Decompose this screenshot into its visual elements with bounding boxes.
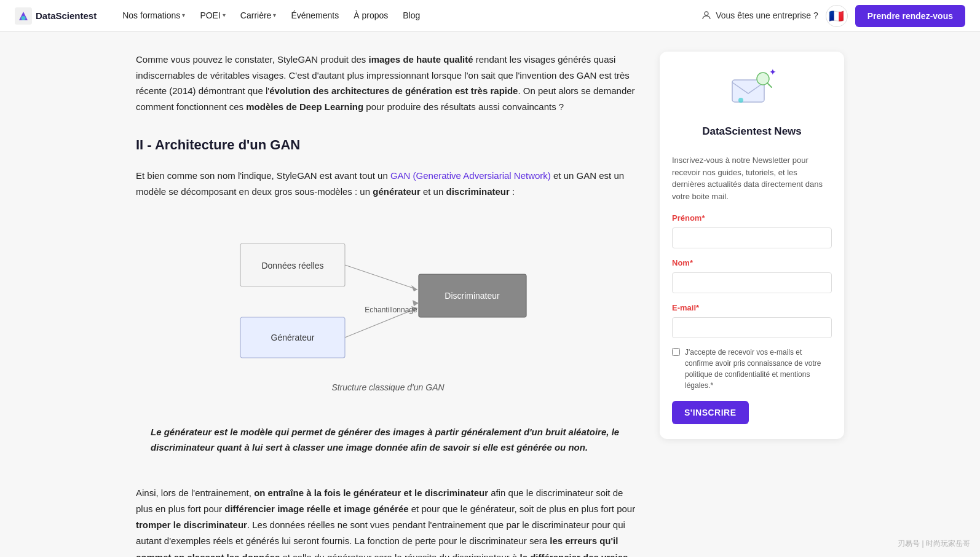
section-paragraph-1: Et bien comme son nom l'indique, StyleGA… [136,168,640,199]
rdv-button[interactable]: Prendre rendez-vous [855,5,965,27]
logo-text: DataScientest [36,9,97,23]
diagram-caption: Structure classique d'un GAN [331,381,444,394]
svg-point-3 [705,12,708,15]
diagram-svg: Données réelles Générateur Discriminateu… [211,214,565,376]
gan-link[interactable]: GAN (Generative Adversiarial Network) [390,170,551,181]
subscribe-button[interactable]: S'INSCRIRE [672,401,749,424]
nav-item-evenements[interactable]: Événements [285,5,345,26]
nom-input[interactable] [672,272,832,293]
svg-text:Générateur: Générateur [271,333,315,342]
sidebar: ✦ DataScientest News Inscrivez-vous à no… [660,52,844,439]
form-group-nom: Nom* [672,257,832,293]
nav-item-apropos[interactable]: À propos [347,5,394,26]
gan-blockquote: Le générateur est le modèle qui permet d… [136,412,640,468]
body-paragraph: Ainsi, lors de l'entrainement, on entraî… [136,485,640,557]
section-heading: II - Architecture d'un GAN [136,134,640,158]
svg-text:Discriminateur: Discriminateur [445,291,500,301]
newsletter-icon: ✦ [727,66,776,116]
nav-item-poei[interactable]: POEI ▾ [194,5,231,26]
nav-item-blog[interactable]: Blog [397,5,426,26]
sidebar-title: DataScientest News [702,123,802,140]
prenom-input[interactable] [672,227,832,248]
svg-marker-11 [411,285,417,291]
sidebar-header: ✦ DataScientest News [672,66,832,144]
chevron-down-icon: ▾ [182,10,185,20]
consent-checkbox[interactable] [672,348,680,356]
nom-label: Nom* [672,257,832,270]
nav-links: Nos formations ▾ POEI ▾ Carrière ▾ Événe… [116,5,701,26]
language-selector[interactable]: 🇫🇷 [826,5,848,27]
main-content: Comme vous pouvez le constater, StyleGAN… [136,52,640,557]
form-group-email: E-mail* [672,302,832,338]
newsletter-card: ✦ DataScientest News Inscrivez-vous à no… [660,52,844,439]
svg-text:✦: ✦ [769,67,776,77]
form-group-prenom: Prénom* [672,212,832,248]
svg-text:Données réelles: Données réelles [261,261,323,271]
svg-line-18 [767,83,772,87]
page-layout: Comme vous pouvez le constater, StyleGAN… [121,32,859,557]
checkbox-row: J'accepte de recevoir vos e-mails et con… [672,347,832,391]
nav-right: Vous êtes une entreprise ? 🇫🇷 Prendre re… [701,5,965,27]
nav-item-carriere[interactable]: Carrière ▾ [234,5,283,26]
navbar: DataScientest Nos formations ▾ POEI ▾ Ca… [0,0,980,32]
chevron-down-icon: ▾ [223,10,226,20]
prenom-label: Prénom* [672,212,832,225]
svg-text:Echantillonnage: Echantillonnage [365,306,417,314]
svg-line-10 [345,265,417,290]
email-input[interactable] [672,317,832,338]
checkbox-label: J'accepte de recevoir vos e-mails et con… [685,347,832,391]
enterprise-link[interactable]: Vous êtes une entreprise ? [701,9,818,22]
email-label: E-mail* [672,302,832,315]
sidebar-description: Inscrivez-vous à notre Newsletter pour r… [672,154,832,202]
chevron-down-icon: ▾ [273,10,276,20]
logo[interactable]: DataScientest [15,7,97,25]
svg-point-20 [738,98,743,103]
intro-paragraph: Comme vous pouvez le constater, StyleGAN… [136,52,640,114]
nav-item-formations[interactable]: Nos formations ▾ [116,5,191,26]
svg-point-2 [22,16,26,20]
diagram-container: Données réelles Générateur Discriminateu… [136,214,640,394]
watermark: 刃易号 | 时尚玩家岳哥 [898,538,970,550]
